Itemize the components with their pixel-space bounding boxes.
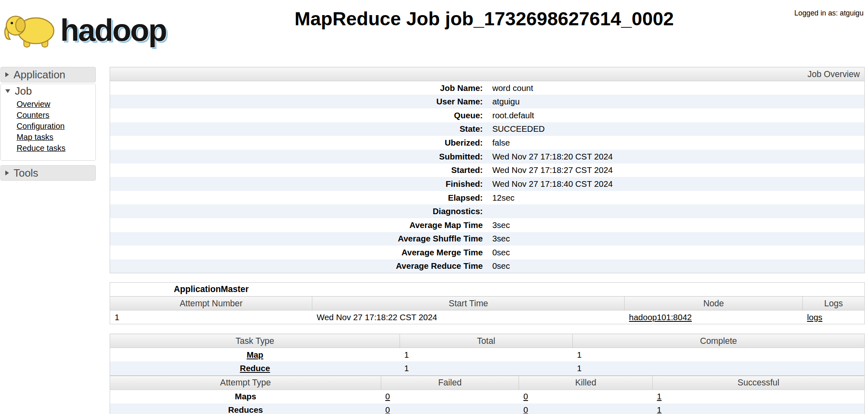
row-value: 3sec xyxy=(487,232,864,246)
sidebar-link-counters[interactable]: Counters xyxy=(17,111,49,120)
complete-cell: 1 xyxy=(572,348,864,362)
node-cell: hadoop101:8042 xyxy=(625,310,803,324)
column-header-attempt-number: Attempt Number xyxy=(110,297,312,310)
reduces-successful-link[interactable]: 1 xyxy=(657,405,661,414)
table-row: 1 Wed Nov 27 17:18:22 CST 2024 hadoop101… xyxy=(110,310,864,324)
column-header-failed: Failed xyxy=(381,376,519,390)
task-type-cell: Map xyxy=(110,348,400,362)
table-row: User Name:atguigu xyxy=(110,95,864,108)
row-value: Wed Nov 27 17:18:40 CST 2024 xyxy=(487,177,864,191)
sidebar-section-job-header[interactable]: Job xyxy=(1,84,95,99)
total-cell: 1 xyxy=(400,348,572,362)
row-label: Started: xyxy=(110,164,487,177)
table-row: Average Merge Time0sec xyxy=(110,246,864,259)
table-row: Job Name:word count xyxy=(110,81,864,95)
row-label: State: xyxy=(110,122,487,136)
row-value: atguigu xyxy=(487,95,864,108)
task-type-cell: Reduce xyxy=(110,361,400,375)
sidebar-section-application[interactable]: Application xyxy=(0,67,96,82)
attempts-table: Attempt Type Failed Killed Successful Ma… xyxy=(110,376,864,414)
sidebar-section-label: Job xyxy=(15,85,32,97)
node-link[interactable]: hadoop101:8042 xyxy=(629,312,692,322)
killed-cell: 0 xyxy=(519,390,653,403)
row-value: Wed Nov 27 17:18:27 CST 2024 xyxy=(487,164,864,177)
table-row: Submitted:Wed Nov 27 17:18:20 CST 2024 xyxy=(110,150,864,164)
row-label: User Name: xyxy=(110,95,487,108)
start-time-cell: Wed Nov 27 17:18:22 CST 2024 xyxy=(312,310,625,324)
row-value: Wed Nov 27 17:18:20 CST 2024 xyxy=(487,150,864,164)
maps-failed-link[interactable]: 0 xyxy=(385,392,390,401)
column-header-total: Total xyxy=(400,334,572,348)
row-value: word count xyxy=(487,81,864,95)
successful-cell: 1 xyxy=(652,390,864,403)
content: Job Overview Job Name:word count User Na… xyxy=(110,67,864,414)
row-value: SUCCEEDED xyxy=(487,122,864,136)
job-nav-links: Overview Counters Configuration Map task… xyxy=(1,99,95,160)
page-title: MapReduce Job job_1732698627614_0002 xyxy=(100,8,868,31)
maps-killed-link[interactable]: 0 xyxy=(523,392,528,401)
header: hadoop MapReduce Job job_1732698627614_0… xyxy=(0,8,868,59)
table-row: Average Map Time3sec xyxy=(110,218,864,232)
row-value: 0sec xyxy=(487,246,864,259)
row-label: Diagnostics: xyxy=(110,204,487,218)
table-row: Map 1 1 xyxy=(110,348,864,362)
row-label: Average Shuffle Time xyxy=(110,232,487,246)
column-header-start-time: Start Time xyxy=(312,297,625,310)
table-row: Diagnostics: xyxy=(110,204,864,218)
table-row: Average Reduce Time0sec xyxy=(110,259,864,273)
list-item: Overview xyxy=(17,99,96,110)
sidebar-section-label: Application xyxy=(13,69,65,81)
table-row: Finished:Wed Nov 27 17:18:40 CST 2024 xyxy=(110,177,864,191)
attempt-type-label: Reduces xyxy=(110,403,381,414)
row-value xyxy=(487,204,864,218)
table-row: State:SUCCEEDED xyxy=(110,122,864,136)
failed-cell: 0 xyxy=(381,390,519,403)
table-row: Queue:root.default xyxy=(110,108,864,122)
column-header-logs: Logs xyxy=(803,297,865,310)
table-row: Started:Wed Nov 27 17:18:27 CST 2024 xyxy=(110,164,864,177)
row-label: Elapsed: xyxy=(110,191,487,205)
attempt-number-cell: 1 xyxy=(110,310,312,324)
application-master-table: ApplicationMaster Attempt Number Start T… xyxy=(110,282,864,324)
column-header-task-type: Task Type xyxy=(110,334,400,348)
successful-cell: 1 xyxy=(652,403,864,414)
sidebar-link-overview[interactable]: Overview xyxy=(17,100,51,108)
application-master-caption: ApplicationMaster xyxy=(110,282,312,296)
complete-cell: 1 xyxy=(572,361,864,375)
row-value: 3sec xyxy=(487,218,864,232)
map-tasks-link[interactable]: Map xyxy=(247,350,263,359)
row-value: root.default xyxy=(487,108,864,122)
sidebar-section-job: Job Overview Counters Configuration Map … xyxy=(0,84,96,161)
hadoop-elephant-icon xyxy=(3,10,59,51)
column-header-node: Node xyxy=(625,297,803,310)
reduces-failed-link[interactable]: 0 xyxy=(385,405,390,414)
row-label: Finished: xyxy=(110,177,487,191)
hadoop-logo-text: hadoop xyxy=(60,15,166,46)
sidebar: Application Job Overview Counters Config… xyxy=(0,67,96,182)
column-header-complete: Complete xyxy=(572,334,864,348)
row-label: Average Map Time xyxy=(110,218,487,232)
sidebar-section-tools[interactable]: Tools xyxy=(0,165,96,181)
logs-cell: logs xyxy=(803,310,865,324)
logs-link[interactable]: logs xyxy=(807,312,823,322)
sidebar-link-map-tasks[interactable]: Map tasks xyxy=(17,133,53,142)
failed-cell: 0 xyxy=(381,403,519,414)
logged-in-as: Logged in as: atguigu xyxy=(794,9,864,18)
sidebar-link-configuration[interactable]: Configuration xyxy=(17,122,65,131)
chevron-down-icon xyxy=(5,89,10,93)
main-layout: Application Job Overview Counters Config… xyxy=(0,59,868,414)
reduce-tasks-link[interactable]: Reduce xyxy=(240,363,270,373)
list-item: Configuration xyxy=(17,121,96,132)
spacer-cell xyxy=(312,282,865,296)
reduces-killed-link[interactable]: 0 xyxy=(523,405,528,414)
sidebar-link-reduce-tasks[interactable]: Reduce tasks xyxy=(17,144,66,153)
maps-successful-link[interactable]: 1 xyxy=(657,392,661,401)
tasks-table: Task Type Total Complete Map 1 1 Reduce … xyxy=(110,334,864,375)
list-item: Counters xyxy=(17,110,96,121)
row-label: Average Merge Time xyxy=(110,246,487,259)
chevron-right-icon xyxy=(5,72,9,77)
row-value: false xyxy=(487,136,864,150)
hadoop-logo: hadoop xyxy=(3,10,166,51)
table-row: Reduce 1 1 xyxy=(110,361,864,375)
list-item: Map tasks xyxy=(17,132,96,143)
